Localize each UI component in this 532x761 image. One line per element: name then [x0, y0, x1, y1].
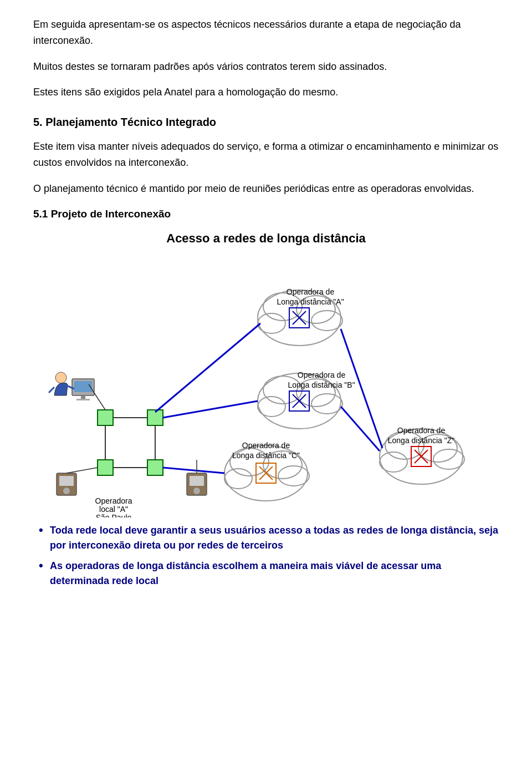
svg-text:local "A": local "A" [99, 505, 128, 514]
svg-rect-9 [81, 395, 85, 399]
line-to-a [155, 323, 260, 412]
switch-2 [147, 410, 163, 425]
line-phone-switch [66, 468, 98, 473]
svg-line-12 [49, 387, 54, 393]
svg-rect-2 [33, 254, 37, 257]
person-icon [49, 372, 94, 400]
label-operadora-a: Operadora de [287, 287, 335, 296]
bullet-item-2: As operadoras de longa distância escolhe… [39, 559, 499, 588]
network-diagram: Operadora de Longa distância "A" Operado… [33, 251, 510, 518]
svg-rect-19 [59, 476, 74, 486]
svg-point-27 [258, 313, 285, 333]
svg-point-11 [55, 372, 66, 383]
svg-rect-22 [190, 476, 204, 486]
label-operadora-z: Operadora de [397, 426, 446, 435]
label-operadora-b: Operadora de [298, 371, 346, 379]
svg-point-20 [63, 488, 70, 494]
svg-rect-1 [33, 251, 41, 252]
paragraph-3: Estes itens são exigidos pela Anatel par… [33, 84, 499, 100]
svg-text:Longa distância "C": Longa distância "C" [232, 451, 300, 460]
paragraph-1: Em seguida apresentam-se os aspectos téc… [33, 17, 499, 49]
phone-left [57, 473, 76, 495]
diagram-title: Acesso a redes de longa distância [33, 231, 499, 246]
svg-rect-0 [33, 251, 43, 259]
section-5-title: 5. Planejamento Técnico Integrado [33, 116, 499, 129]
switch-3 [98, 460, 113, 475]
svg-rect-15 [147, 410, 163, 425]
phone-right [187, 473, 207, 495]
line-to-b [163, 401, 258, 418]
svg-point-23 [193, 488, 200, 494]
svg-point-51 [380, 452, 407, 472]
section-5-1-title: 5.1 Projeto de Interconexão [33, 208, 499, 220]
section-5-body1: Este item visa manter níveis adequados d… [33, 139, 499, 171]
svg-rect-10 [76, 399, 90, 400]
svg-text:Longa distância "Z": Longa distância "Z" [388, 436, 454, 445]
svg-rect-8 [74, 381, 92, 392]
paragraph-2: Muitos destes se tornaram padrões após v… [33, 59, 499, 75]
svg-text:Longa distância "B": Longa distância "B" [288, 380, 355, 389]
svg-rect-3 [33, 251, 41, 259]
switch-4 [147, 460, 163, 475]
section-5-body2: O planejamento técnico é mantido por mei… [33, 181, 499, 197]
svg-rect-17 [147, 460, 163, 475]
switch-1 [98, 410, 113, 425]
svg-text:Longa distância "A": Longa distância "A" [277, 297, 344, 306]
svg-rect-14 [98, 410, 113, 425]
line-to-c [163, 468, 224, 473]
diagram-area: Acesso a redes de longa distância [33, 231, 499, 518]
bullet-item-1: Toda rede local deve garantir a seus usu… [39, 523, 499, 553]
svg-point-43 [224, 469, 252, 489]
bullet-list: Toda rede local deve garantir a seus usu… [33, 523, 499, 588]
svg-text:São Paulo: São Paulo [96, 513, 132, 518]
label-operadora-local-1: Operadora [95, 496, 132, 505]
label-operadora-c: Operadora de [242, 441, 290, 450]
line-b-to-z [341, 407, 380, 451]
svg-rect-16 [98, 460, 113, 475]
line-person-switch [89, 384, 105, 410]
svg-point-35 [258, 397, 285, 417]
